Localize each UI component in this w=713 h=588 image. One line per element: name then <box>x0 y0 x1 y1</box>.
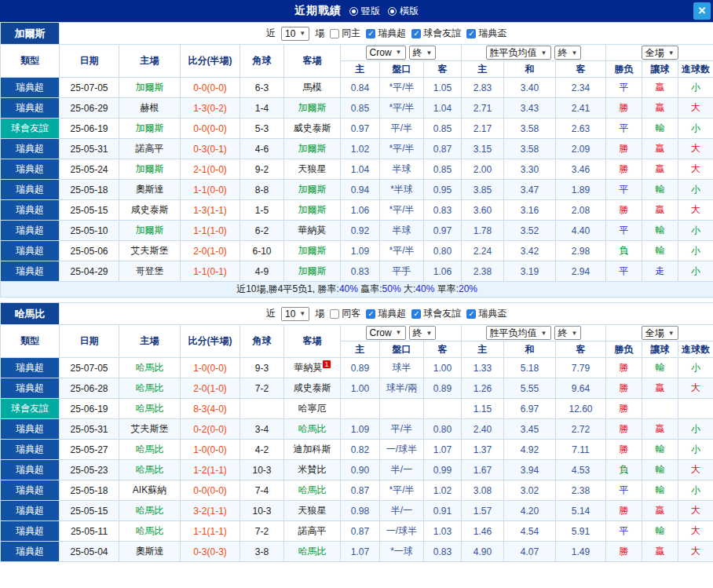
chevron-down-icon: ▼ <box>541 49 547 57</box>
summary-stat-value: 50% <box>382 283 404 294</box>
league-filter-checkbox-2[interactable]: 球會友誼 <box>411 307 461 320</box>
avg-odds-select[interactable]: 胜平负均值▼ <box>486 46 551 60</box>
venue-filter-checkbox[interactable]: 同主 <box>330 27 360 40</box>
column-header: 盤口 <box>380 61 424 78</box>
checkbox-icon[interactable] <box>411 29 421 38</box>
avg-home: 3.08 <box>462 480 504 501</box>
away-team: 加爾斯 <box>284 261 341 282</box>
avg-draw: 6.97 <box>504 399 556 419</box>
avg-draw: 3.43 <box>504 98 556 119</box>
match-count-select[interactable]: 10▼ <box>281 307 309 321</box>
layout-option-horizontal[interactable]: 橫版 <box>388 5 419 18</box>
league-badge: 瑞典超 <box>1 261 60 282</box>
topbar: 近期戰績 豎版 橫版 ✕ <box>0 0 713 22</box>
handicap: *平/半 <box>380 78 424 98</box>
league-filter-checkbox-3[interactable]: 瑞典盃 <box>466 307 506 320</box>
avg-draw: 3.02 <box>504 480 556 501</box>
handicap-result: 贏 <box>642 139 678 159</box>
away-team: 哈寧厄 <box>284 399 341 419</box>
page-title: 近期戰績 <box>294 4 342 18</box>
checkbox-icon[interactable] <box>366 29 375 38</box>
avg-draw: 4.07 <box>504 542 556 562</box>
match-date: 25-05-31 <box>60 419 119 440</box>
scope-select[interactable]: 全場▼ <box>642 46 678 60</box>
home-team: 加爾斯 <box>119 159 181 180</box>
checkbox-icon[interactable] <box>366 309 375 319</box>
checkbox-icon[interactable] <box>330 29 339 38</box>
odds-final-select[interactable]: 終▼ <box>409 46 437 60</box>
score: 2-1(0-0) <box>181 159 240 180</box>
filter-bar: 近10▼場同主瑞典超球會友誼瑞典盃 <box>60 23 713 45</box>
avg-odds-select[interactable]: 胜平负均值▼ <box>486 326 551 340</box>
avg-away: 3.46 <box>556 159 606 180</box>
column-header: 讓球 <box>642 341 678 358</box>
odds-home: 0.90 <box>341 460 380 480</box>
match-date: 25-05-06 <box>60 241 119 261</box>
checkbox-icon[interactable] <box>466 29 476 38</box>
column-header: 客 <box>556 341 606 358</box>
odds-home: 0.97 <box>341 119 380 139</box>
avg-draw: 3.42 <box>504 241 556 261</box>
layout-option-vertical[interactable]: 豎版 <box>349 5 380 18</box>
away-team: 天狼星 <box>284 159 341 180</box>
home-team: 艾夫斯堡 <box>119 241 181 261</box>
odds-home: 0.82 <box>341 440 380 460</box>
score: 1-0(0-0) <box>181 440 240 460</box>
home-team: 艾夫斯堡 <box>119 419 181 440</box>
checkbox-icon[interactable] <box>411 309 421 319</box>
checkbox-icon[interactable] <box>330 309 339 319</box>
league-filter-checkbox-1[interactable]: 瑞典超 <box>366 27 406 40</box>
result: 負 <box>606 460 642 480</box>
score: 1-3(1-1) <box>181 200 240 221</box>
avg-final-select[interactable]: 終▼ <box>554 46 582 60</box>
near-label: 近 <box>266 27 276 40</box>
avg-away: 2.41 <box>556 98 606 119</box>
column-header: 主場 <box>119 325 181 358</box>
avg-final-select[interactable]: 終▼ <box>554 326 582 340</box>
league-badge: 瑞典超 <box>1 542 60 562</box>
avg-draw: 5.55 <box>504 378 556 399</box>
checkbox-icon[interactable] <box>466 309 476 319</box>
handicap: *半球 <box>380 180 424 200</box>
select-value: Crow <box>370 47 392 58</box>
avg-home: 1.46 <box>462 521 504 542</box>
league-filter-checkbox-3[interactable]: 瑞典盃 <box>466 27 506 40</box>
league-badge: 瑞典超 <box>1 419 60 440</box>
odds-home: 1.02 <box>341 139 380 159</box>
result: 勝 <box>606 399 642 419</box>
avg-away: 2.34 <box>556 78 606 98</box>
chevron-down-icon: ▼ <box>396 329 402 336</box>
match-count-select[interactable]: 10▼ <box>281 27 309 41</box>
corners: 10-3 <box>240 460 284 480</box>
league-filter-checkbox-2[interactable]: 球會友誼 <box>411 27 461 40</box>
team-section-1: 加爾斯近10▼場同主瑞典超球會友誼瑞典盃類型日期主場比分(半場)角球客場Crow… <box>0 22 713 298</box>
column-header: 主 <box>341 341 380 358</box>
avg-away: 2.94 <box>556 261 606 282</box>
scope-select[interactable]: 全場▼ <box>642 326 678 340</box>
result: 負 <box>606 241 642 261</box>
odds-company-select[interactable]: Crow▼ <box>366 46 406 60</box>
odds-away: 0.89 <box>424 378 462 399</box>
league-badge: 瑞典超 <box>1 241 60 261</box>
score: 1-0(0-0) <box>181 358 240 378</box>
match-date: 25-05-24 <box>60 159 119 180</box>
close-button[interactable]: ✕ <box>693 2 711 20</box>
league-filter-checkbox-1[interactable]: 瑞典超 <box>366 307 406 320</box>
league-badge: 瑞典超 <box>1 180 60 200</box>
odds-company-select[interactable]: Crow▼ <box>366 326 406 340</box>
result: 平 <box>606 261 642 282</box>
corners: 4-2 <box>240 440 284 460</box>
away-team: 加爾斯 <box>284 200 341 221</box>
away-team: 諾高平 <box>284 521 341 542</box>
odds-final-select[interactable]: 終▼ <box>409 326 437 340</box>
result: 勝 <box>606 501 642 521</box>
avg-draw: 3.19 <box>504 261 556 282</box>
avg-draw: 3.16 <box>504 200 556 221</box>
venue-filter-checkbox[interactable]: 同客 <box>330 307 360 320</box>
match-row: 球會友誼25-06-19哈馬比8-3(4-0)哈寧厄1.156.9712.60勝 <box>1 399 713 419</box>
avg-home: 1.78 <box>462 221 504 241</box>
league-badge: 瑞典超 <box>1 78 60 98</box>
section-header-row: 加爾斯近10▼場同主瑞典超球會友誼瑞典盃 <box>1 23 713 45</box>
handicap-result <box>642 399 678 419</box>
handicap-result: 輸 <box>642 521 678 542</box>
